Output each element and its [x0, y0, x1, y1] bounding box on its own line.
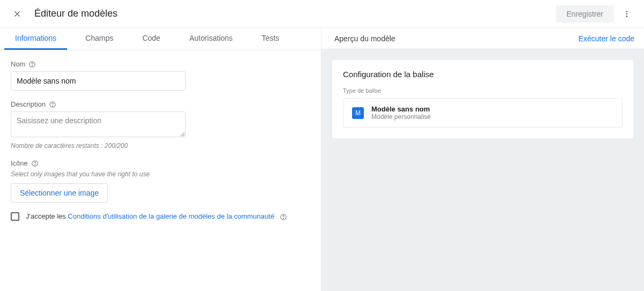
help-icon[interactable]: [31, 160, 39, 167]
svg-point-4: [32, 65, 33, 66]
accept-terms-checkbox[interactable]: [11, 212, 19, 221]
template-icon: M: [352, 107, 364, 119]
svg-point-10: [283, 218, 283, 219]
svg-point-2: [626, 16, 628, 17]
icon-rights-hint: Select only images that you have the rig…: [11, 170, 310, 178]
tab-informations[interactable]: Informations: [4, 28, 67, 50]
svg-point-0: [626, 11, 628, 12]
page-title: Éditeur de modèles: [34, 8, 556, 19]
svg-point-8: [34, 165, 35, 165]
more-menu-button[interactable]: [618, 5, 635, 23]
tag-type-label: Type de balise: [343, 87, 623, 94]
svg-point-6: [53, 106, 53, 106]
help-icon[interactable]: [280, 213, 287, 221]
help-icon[interactable]: [49, 101, 56, 108]
help-icon[interactable]: [28, 61, 36, 68]
select-image-button[interactable]: Sélectionner une image: [11, 183, 108, 203]
tag-subtitle: Modèle personnalisé: [371, 113, 431, 121]
description-label-text: Description: [11, 100, 46, 108]
close-icon: [13, 10, 21, 18]
char-count-hint: Nombre de caractères restants : 200/200: [11, 142, 310, 150]
tab-code[interactable]: Code: [131, 28, 171, 50]
save-button[interactable]: Enregistrer: [556, 5, 614, 23]
tab-tests[interactable]: Tests: [251, 28, 290, 50]
editor-tabs: Informations Champs Code Autorisations T…: [0, 28, 321, 50]
name-label: Nom: [11, 60, 310, 68]
icon-label-text: Icône: [11, 159, 28, 167]
tab-champs[interactable]: Champs: [75, 28, 124, 50]
accept-prefix: J'accepte les: [26, 212, 68, 220]
description-textarea[interactable]: [11, 111, 186, 137]
config-card: Configuration de la balise Type de balis…: [332, 60, 633, 138]
tag-name: Modèle sans nom: [371, 105, 431, 113]
name-input[interactable]: [11, 71, 186, 91]
preview-title: Aperçu du modèle: [334, 34, 396, 43]
terms-link[interactable]: Conditions d'utilisation de la galerie d…: [68, 212, 274, 220]
accept-terms-text: J'accepte les Conditions d'utilisation d…: [26, 212, 287, 221]
name-label-text: Nom: [11, 60, 25, 68]
description-label: Description: [11, 100, 310, 108]
more-vert-icon: [623, 10, 631, 18]
config-card-title: Configuration de la balise: [343, 70, 623, 79]
execute-code-link[interactable]: Exécuter le code: [579, 34, 634, 43]
close-button[interactable]: [11, 8, 24, 20]
tag-type-block[interactable]: M Modèle sans nom Modèle personnalisé: [343, 98, 623, 128]
svg-point-1: [626, 13, 628, 14]
icon-label: Icône: [11, 159, 310, 167]
tab-autorisations[interactable]: Autorisations: [179, 28, 244, 50]
